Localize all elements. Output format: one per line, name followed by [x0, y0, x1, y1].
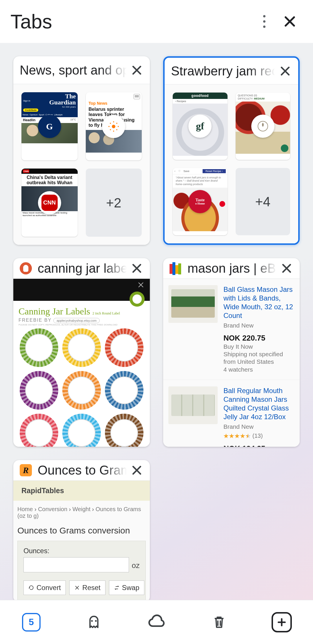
group-more[interactable]: +2 — [86, 169, 142, 237]
svg-point-5 — [110, 123, 111, 124]
card-title: News, sport and opinion — [20, 63, 127, 77]
listing-thumb — [168, 386, 218, 424]
tab-grid: News, sport and opinion Sign in TheGuard… — [0, 43, 313, 600]
card-title: Ounces to Grams — [38, 463, 127, 477]
close-tab-button[interactable] — [276, 258, 297, 278]
convert-button[interactable]: Convert — [23, 580, 66, 595]
tab-card[interactable]: R Ounces to Grams RapidTables Home › Con… — [13, 460, 150, 600]
group-thumb[interactable]: CNN China's Delta variant outbreak hits … — [21, 169, 78, 237]
page-heading: Ounces to Grams conversion — [13, 524, 150, 541]
close-icon — [283, 15, 296, 28]
close-tab-button[interactable] — [127, 258, 147, 278]
field-label: Ounces: — [23, 547, 140, 555]
ebay-icon — [170, 262, 182, 274]
group-more[interactable]: +4 — [236, 168, 290, 235]
cloud-icon — [147, 613, 166, 632]
text: Sign in — [23, 100, 30, 102]
site-badge — [102, 115, 125, 138]
card-title: canning jar labels — [38, 261, 127, 276]
site-badge: CNN — [38, 191, 61, 214]
listing-row[interactable]: Ball Regular Mouth Canning Mason Jars Qu… — [163, 380, 300, 447]
rapidtables-icon: R — [20, 464, 32, 476]
label-grid — [19, 328, 145, 447]
site-badge: Tasteo Home — [188, 190, 212, 213]
tab-group-card[interactable]: News, sport and opinion Sign in TheGuard… — [13, 56, 150, 245]
swap-icon — [114, 585, 120, 591]
card-header: canning jar labels — [13, 258, 150, 279]
site-badge — [251, 115, 274, 138]
new-tab-button[interactable] — [271, 612, 292, 633]
card-title: mason jars | eBay — [188, 261, 276, 276]
duckduckgo-icon — [20, 262, 32, 274]
close-tab-button[interactable] — [127, 60, 147, 80]
kebab-icon — [263, 20, 265, 23]
listing-title: Ball Regular Mouth Canning Mason Jars Qu… — [223, 386, 294, 421]
synced-tabs-button[interactable] — [146, 612, 167, 633]
group-thumb[interactable]: Top News Belarus sprinter leaves Tokyo f… — [86, 92, 142, 160]
ounces-input[interactable] — [23, 557, 129, 572]
card-header: Strawberry jam recipes — [165, 58, 298, 84]
close-all-button[interactable] — [209, 612, 230, 633]
close-icon — [281, 263, 292, 274]
tab-count-button[interactable]: 5 — [21, 612, 42, 633]
svg-point-0 — [112, 125, 115, 128]
swap-button[interactable]: Swap — [109, 580, 144, 595]
card-header: R Ounces to Grams — [13, 460, 150, 481]
plus-icon — [277, 617, 287, 627]
site-badge: gf — [188, 115, 212, 138]
menu-icon — [134, 94, 140, 99]
svg-point-11 — [95, 620, 97, 622]
breadcrumb: Home › Conversion › Weight › Ounces to G… — [13, 501, 150, 524]
svg-point-8 — [116, 129, 117, 130]
close-icon — [131, 263, 142, 274]
listing-thumb — [168, 285, 218, 323]
close-icon — [131, 65, 142, 76]
refresh-icon — [28, 585, 34, 591]
tab-card[interactable]: canning jar labels Canning Jar Labels 2 … — [13, 258, 150, 447]
svg-point-6 — [116, 123, 117, 124]
svg-point-2 — [113, 131, 114, 132]
group-thumb[interactable]: goodfood › Recipes gf — [173, 93, 228, 160]
listing-title: Ball Glass Mason Jars with Lids & Bands,… — [223, 285, 294, 320]
listing-row[interactable]: Ball Glass Mason Jars with Lids & Bands,… — [163, 279, 300, 380]
close-icon — [131, 465, 142, 476]
overlay-bar — [13, 279, 150, 301]
card-header: News, sport and opinion — [13, 56, 150, 84]
tab-group-card[interactable]: Strawberry jam recipes goodfood › Recipe… — [163, 56, 300, 245]
ghost-icon — [86, 614, 102, 630]
reset-button[interactable]: Reset — [69, 580, 105, 595]
close-tab-button[interactable] — [275, 61, 295, 81]
tab-count-badge: 5 — [22, 613, 41, 632]
bottom-bar: 5 — [0, 600, 313, 644]
tab-card[interactable]: mason jars | eBay Ball Glass Mason Jars … — [163, 258, 300, 447]
group-thumb[interactable]: QUESTIONS (0) DIFFICULTY: MEDIUM — [236, 93, 290, 160]
more-options-button[interactable] — [252, 9, 277, 34]
svg-point-7 — [110, 129, 111, 130]
close-tabs-button[interactable] — [277, 9, 303, 34]
group-thumb[interactable]: ‹♡SaveReset Recipe › "About seven half-p… — [173, 168, 228, 235]
brand-bar: RapidTables — [13, 481, 150, 501]
close-icon — [280, 66, 291, 77]
card-header: mason jars | eBay — [163, 258, 300, 279]
svg-point-4 — [118, 126, 119, 127]
svg-point-10 — [91, 620, 93, 622]
site-badge: G — [38, 115, 61, 138]
close-tab-button[interactable] — [127, 460, 147, 480]
svg-point-1 — [113, 121, 114, 122]
page-title: Tabs — [10, 10, 52, 33]
star-rating-icon — [223, 433, 251, 439]
group-thumb[interactable]: Sign in TheGuardian for 200 years Contri… — [21, 92, 78, 160]
close-icon — [74, 585, 80, 591]
topbar: Tabs — [0, 0, 313, 43]
close-icon[interactable] — [138, 282, 144, 288]
trash-icon — [212, 615, 227, 630]
svg-point-3 — [108, 126, 110, 127]
brand-stamp-icon — [130, 292, 145, 307]
card-title: Strawberry jam recipes — [171, 64, 275, 78]
incognito-button[interactable] — [83, 612, 104, 633]
